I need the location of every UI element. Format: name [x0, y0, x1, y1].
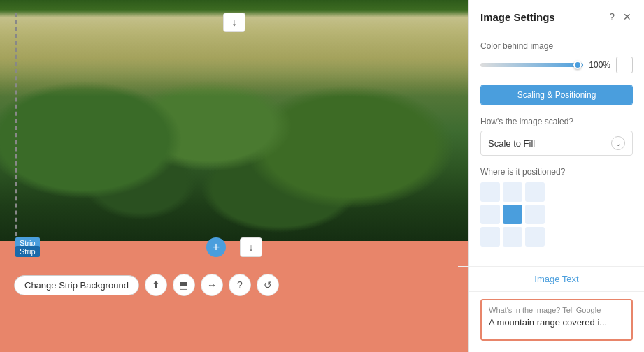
- position-label: Where is it positioned?: [480, 167, 633, 177]
- scale-value: Scale to Fill: [488, 138, 535, 149]
- help-button[interactable]: ?: [229, 274, 251, 296]
- pos-bot-center[interactable]: [503, 227, 522, 247]
- help-icon: ?: [237, 279, 243, 291]
- pos-top-left[interactable]: [480, 182, 500, 202]
- color-section-label: Color behind image: [480, 41, 633, 51]
- pos-bot-right[interactable]: [525, 227, 545, 247]
- how-scaled-label: How's the image scaled?: [480, 117, 633, 126]
- panel-header: Image Settings ? ✕: [469, 0, 644, 31]
- image-text-box[interactable]: What's in the image? Tell Google A mount…: [480, 299, 633, 341]
- scale-dropdown[interactable]: Scale to Fill ⌄: [480, 131, 633, 156]
- panel-title: Image Settings: [480, 11, 555, 23]
- opacity-value: 100%: [589, 60, 610, 70]
- panel-header-icons: ? ✕: [608, 10, 633, 24]
- arrange-button[interactable]: ⬆: [145, 274, 167, 296]
- layers-icon: ⬒: [179, 279, 188, 291]
- image-text-prompt: What's in the image? Tell Google: [489, 306, 624, 314]
- image-text-value: A mountain range covered i...: [489, 317, 624, 328]
- scaling-positioning-tab[interactable]: Scaling & Positioning: [481, 85, 632, 105]
- pos-bot-left[interactable]: [480, 227, 500, 247]
- color-row: 100%: [480, 57, 633, 73]
- bottom-toolbar: Change Strip Background ⬆ ⬒ ↔ ? ↺: [14, 274, 279, 296]
- change-strip-background-button[interactable]: Change Strip Background: [14, 275, 139, 295]
- undo-button[interactable]: ↺: [257, 274, 279, 296]
- panel-close-button[interactable]: ✕: [622, 10, 633, 24]
- settings-panel: Image Settings ? ✕ Color behind image 10…: [468, 0, 644, 352]
- opacity-slider[interactable]: [480, 63, 583, 67]
- panel-body: Color behind image 100% Scaling & Positi…: [469, 31, 644, 266]
- plus-icon: +: [213, 240, 220, 255]
- opacity-thumb[interactable]: [573, 61, 582, 69]
- pos-mid-center[interactable]: [503, 205, 522, 224]
- strip-area: [0, 241, 468, 352]
- arrange-icon: ⬆: [152, 279, 160, 291]
- mountain-background: [0, 0, 468, 241]
- download-icon: ↓: [232, 17, 237, 28]
- middle-row: + ↓: [0, 237, 468, 257]
- undo-icon: ↺: [264, 279, 272, 291]
- image-text-section: What's in the image? Tell Google A mount…: [469, 292, 644, 352]
- pos-top-right[interactable]: [525, 182, 545, 202]
- mid-download-button[interactable]: ↓: [240, 237, 262, 257]
- image-text-tab[interactable]: Image Text: [469, 267, 644, 292]
- color-swatch[interactable]: [616, 57, 633, 73]
- link-button[interactable]: ↔: [201, 274, 223, 296]
- dashed-border: [15, 13, 17, 236]
- scaling-tab-row: Scaling & Positioning: [480, 85, 633, 105]
- top-download-button[interactable]: ↓: [223, 13, 245, 32]
- pos-mid-left[interactable]: [480, 205, 500, 224]
- pos-mid-right[interactable]: [525, 205, 545, 224]
- pos-top-center[interactable]: [503, 182, 522, 202]
- panel-help-button[interactable]: ?: [608, 10, 616, 24]
- chevron-down-icon: ⌄: [611, 136, 625, 150]
- position-grid: [480, 182, 633, 247]
- layers-button[interactable]: ⬒: [173, 274, 195, 296]
- canvas-area: ↓ Strip Strip + ↓ Change Strip Backgroun…: [0, 0, 468, 352]
- link-icon: ↔: [207, 279, 217, 291]
- add-section-button[interactable]: +: [206, 237, 226, 257]
- download-mid-icon: ↓: [249, 242, 254, 253]
